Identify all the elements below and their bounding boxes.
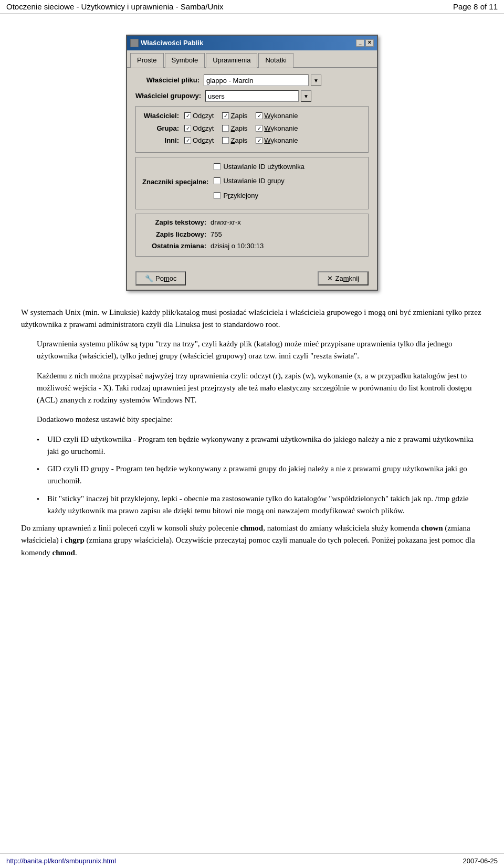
- group-write-checkbox[interactable]: [222, 125, 229, 132]
- bullet-dot-1: ●: [37, 437, 47, 443]
- owner-write-label: Zapis: [230, 111, 247, 121]
- chmod-bold-2: chmod: [52, 548, 75, 557]
- modified-label: Ostatnia zmiana:: [142, 241, 211, 251]
- owner-exec-item: Wykonanie: [256, 111, 298, 121]
- tab-notatki[interactable]: Notatki: [258, 53, 293, 68]
- dialog-window: Właściwości Pablik _ ✕ Proste Symbole Up…: [126, 35, 378, 291]
- close-button[interactable]: ✕: [365, 39, 374, 47]
- close-icon: ✕: [327, 274, 333, 282]
- others-write-checkbox[interactable]: [222, 137, 229, 144]
- text-notation-row: Zapis tekstowy: drwxr-xr-x: [142, 217, 362, 228]
- group-exec-label: Wykonanie: [264, 123, 298, 134]
- gid-checkbox[interactable]: [214, 177, 220, 184]
- chown-bold: chown: [421, 524, 443, 532]
- owner-input[interactable]: [204, 75, 309, 86]
- help-button[interactable]: 🔧 Pomoc: [135, 271, 186, 285]
- bullet-item-sticky: ● Bit "sticky" inaczej bit przyklejony, …: [37, 493, 483, 517]
- group-dropdown-button[interactable]: ▼: [301, 90, 311, 102]
- para4-text: Dodatkowo możesz ustawić bity specjalne:: [37, 415, 173, 424]
- close-label: Zamknij: [335, 274, 359, 282]
- para5-after: (zmiana grupy właściciela). Oczywiście p…: [21, 536, 475, 556]
- dialog-title: Właściwości Pablik: [141, 38, 203, 48]
- chgrp-bold: chgrp: [65, 536, 85, 544]
- others-perms-row: Inni: Odczyt Zapis Wykonanie: [142, 135, 362, 146]
- titlebar-buttons[interactable]: _ ✕: [356, 39, 374, 47]
- tab-proste[interactable]: Proste: [130, 53, 164, 68]
- owner-dropdown-button[interactable]: ▼: [311, 75, 321, 86]
- page-footer: http://banita.pl/konf/smbuprunix.html 20…: [0, 853, 504, 868]
- page-number: Page 8 of 11: [453, 2, 498, 11]
- special-title: Znaczniki specjalne:: [142, 177, 214, 187]
- others-exec-checkbox[interactable]: [256, 137, 262, 144]
- sticky-label: Przyklejony: [223, 190, 258, 201]
- para5-before: Do zmiany uprawnień z linii poleceń czyl…: [21, 524, 240, 532]
- dialog-footer: 🔧 Pomoc ✕ Zamknij: [127, 267, 377, 290]
- special-section: Znaczniki specjalne: Ustawianie ID użytk…: [135, 157, 369, 210]
- main-content: Właściwości Pablik _ ✕ Proste Symbole Up…: [0, 14, 504, 587]
- help-icon: 🔧: [145, 274, 153, 282]
- others-exec-label: Wykonanie: [264, 135, 298, 146]
- paragraph-1: W systemach Unix (min. w Linuksie) każdy…: [21, 306, 483, 331]
- paragraph-5: Do zmiany uprawnień z linii poleceń czyl…: [21, 522, 483, 559]
- close-dialog-button[interactable]: ✕ Zamknij: [318, 271, 369, 285]
- others-perms-label: Inni:: [142, 135, 184, 146]
- info-section: Zapis tekstowy: drwxr-xr-x Zapis liczbow…: [135, 214, 369, 257]
- others-write-label: Zapis: [230, 135, 247, 146]
- group-write-label: Zapis: [230, 123, 247, 134]
- tab-symbole[interactable]: Symbole: [165, 53, 205, 68]
- modified-row: Ostatnia zmiana: dzisiaj o 10:30:13: [142, 241, 362, 251]
- sticky-checkbox[interactable]: [214, 192, 220, 199]
- others-read-item: Odczyt: [184, 135, 214, 146]
- modified-value: dzisiaj o 10:30:13: [211, 241, 264, 251]
- owner-write-checkbox[interactable]: [222, 112, 229, 119]
- uid-label: Ustawianie ID użytkownika: [223, 162, 304, 172]
- others-exec-item: Wykonanie: [256, 135, 298, 146]
- page-header: Otoczenie sieciowe - Użytkownicy i upraw…: [0, 0, 504, 14]
- bullet-text-uid: UID czyli ID użytkownika - Program ten b…: [47, 433, 483, 458]
- group-read-checkbox[interactable]: [184, 125, 191, 132]
- uid-checkbox[interactable]: [214, 163, 220, 170]
- owner-read-checkbox[interactable]: [184, 112, 191, 119]
- tab-uprawnienia[interactable]: Uprawnienia: [206, 53, 257, 68]
- paragraph-3: Każdemu z nich można przypisać najwyżej …: [37, 370, 483, 407]
- others-write-item: Zapis: [222, 135, 247, 146]
- bullet-dot-2: ●: [37, 466, 47, 472]
- dialog-body: Właściciel pliku: ▼ Właściciel grupowy: …: [127, 68, 377, 267]
- owner-perms-row: Właściciel: Odczyt Zapis Wykonanie: [142, 111, 362, 121]
- owner-exec-label: Wykonanie: [264, 111, 298, 121]
- owner-read-label: Odczyt: [193, 111, 214, 121]
- para5-mid: , natomiast do zmiany właściciela służy …: [263, 524, 421, 532]
- owner-label: Właściciel pliku:: [135, 75, 204, 86]
- permissions-section: Właściciel: Odczyt Zapis Wykonanie: [135, 106, 369, 153]
- group-exec-checkbox[interactable]: [256, 125, 262, 132]
- num-notation-row: Zapis liczbowy: 755: [142, 229, 362, 240]
- dialog-tabs: Proste Symbole Uprawnienia Notatki: [127, 50, 377, 69]
- dialog-titlebar: Właściwości Pablik _ ✕: [127, 36, 377, 50]
- group-owner-row: Właściciel grupowy: ▼: [135, 90, 369, 102]
- group-input-group: ▼: [205, 90, 311, 102]
- minimize-button[interactable]: _: [356, 39, 364, 47]
- page-title: Otoczenie sieciowe - Użytkownicy i upraw…: [6, 2, 224, 11]
- special-item-uid: Ustawianie ID użytkownika: [214, 162, 304, 172]
- bullet-text-gid: GID czyli ID grupy - Program ten będzie …: [47, 463, 483, 488]
- para2-text: Uprawnienia systemu plików są typu "trzy…: [37, 340, 453, 360]
- text-notation-label: Zapis tekstowy:: [142, 217, 211, 228]
- footer-url[interactable]: http://banita.pl/konf/smbuprunix.html: [6, 857, 116, 865]
- group-perms-row: Grupa: Odczyt Zapis Wykonanie: [142, 123, 362, 134]
- owner-perms-label: Właściciel:: [142, 111, 184, 121]
- bullet-item-uid: ● UID czyli ID użytkownika - Program ten…: [37, 433, 483, 458]
- num-notation-label: Zapis liczbowy:: [142, 229, 211, 240]
- special-item-sticky: Przyklejony: [214, 190, 304, 201]
- group-input[interactable]: [205, 90, 299, 102]
- bullet-item-gid: ● GID czyli ID grupy - Program ten będzi…: [37, 463, 483, 488]
- help-label: Pomoc: [155, 274, 176, 282]
- owner-exec-checkbox[interactable]: [256, 112, 262, 119]
- group-read-item: Odczyt: [184, 123, 214, 134]
- chmod-bold-1: chmod: [240, 524, 263, 532]
- bullet-text-sticky: Bit "sticky" inaczej bit przyklejony, le…: [47, 493, 483, 517]
- others-read-label: Odczyt: [193, 135, 214, 146]
- others-read-checkbox[interactable]: [184, 137, 191, 144]
- owner-write-item: Zapis: [222, 111, 247, 121]
- gid-label: Ustawianie ID grupy: [223, 176, 284, 186]
- owner-read-item: Odczyt: [184, 111, 214, 121]
